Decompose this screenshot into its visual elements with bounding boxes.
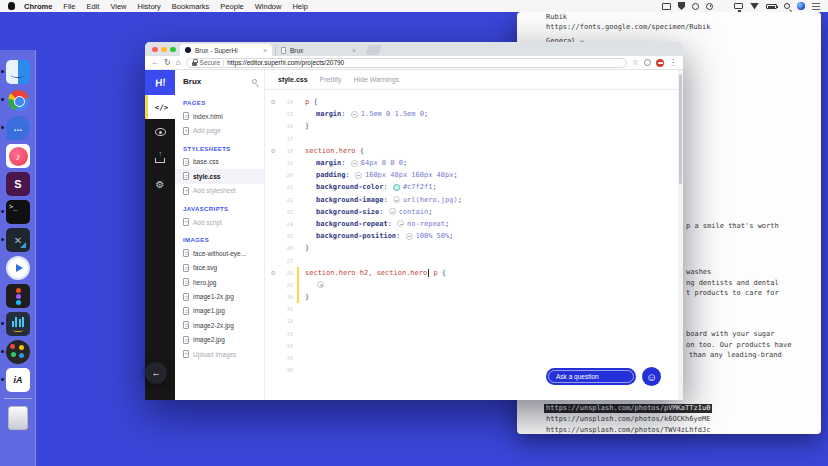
dock-item-photos[interactable]	[6, 340, 30, 364]
menu-item-history[interactable]: History	[138, 2, 161, 11]
menu-item-people[interactable]: People	[220, 2, 243, 11]
home-icon[interactable]: ⌂	[176, 58, 181, 68]
scrollbar[interactable]	[678, 70, 683, 400]
code-line[interactable]: 29	[265, 279, 683, 291]
upload-icon[interactable]	[145, 145, 175, 171]
menu-item-view[interactable]: View	[110, 2, 126, 11]
dock-item-trash[interactable]	[6, 406, 30, 430]
code-line[interactable]: 22background-image: url(hero.jpg);	[265, 194, 683, 206]
extension-icon[interactable]	[644, 59, 651, 66]
bookmark-star-icon[interactable]: ☆	[632, 58, 639, 67]
ask-question-button[interactable]: Ask a question	[546, 368, 636, 385]
sidebar-file-item[interactable]: image1-2x.jpg	[175, 289, 264, 303]
color-swatch[interactable]	[393, 184, 400, 191]
sidebar-file-item[interactable]: image2.jpg	[175, 333, 264, 347]
sidebar-file-item[interactable]: face-without-eye...	[175, 246, 264, 260]
code-line[interactable]: 20padding: 160px 48px 160px 48px;	[265, 169, 683, 181]
new-tab-button[interactable]	[365, 45, 381, 55]
sidebar-add-item[interactable]: Add page	[175, 123, 264, 137]
close-tab-icon[interactable]: ×	[352, 47, 356, 54]
code-line[interactable]: 26}	[265, 242, 683, 254]
menu-item-help[interactable]: Help	[292, 2, 307, 11]
sidebar-file-item[interactable]: index.html	[175, 109, 264, 123]
value-widget-icon[interactable]	[355, 172, 362, 179]
zoom-window-button[interactable]	[170, 47, 176, 53]
menu-item-window[interactable]: Window	[255, 2, 282, 11]
siri-icon[interactable]	[797, 2, 805, 10]
apple-menu-icon[interactable]	[8, 2, 15, 10]
dock-item-finder[interactable]	[6, 60, 30, 84]
sidebar-file-item[interactable]: face.svg	[175, 261, 264, 275]
sidebar-file-item[interactable]: image2-2x.jpg	[175, 318, 264, 332]
dock-item-code-editor[interactable]: ✕	[6, 228, 30, 252]
browser-menu-icon[interactable]: ⋮	[669, 58, 677, 67]
code-line[interactable]: 23background-size: contain;	[265, 206, 683, 218]
back-circle-button[interactable]: ←	[145, 362, 167, 384]
dock-item-ia-writer[interactable]: iA	[6, 368, 30, 392]
sidebar-file-item[interactable]: base.css	[175, 155, 264, 169]
add-property-icon[interactable]	[317, 281, 324, 288]
dock-item-figma[interactable]	[6, 284, 30, 308]
code-line[interactable]: 30}	[265, 291, 683, 303]
code-line[interactable]: 32	[265, 315, 683, 327]
sidebar-add-item[interactable]: Upload images	[175, 347, 264, 361]
dock-item-music[interactable]: ♪	[6, 144, 30, 168]
menu-list-icon[interactable]	[812, 3, 820, 10]
value-widget-icon[interactable]	[389, 208, 396, 215]
rule-gear-icon[interactable]: ⚙	[265, 98, 281, 106]
preview-eye-icon[interactable]	[145, 119, 175, 145]
wifi-icon[interactable]	[750, 3, 759, 10]
dock-item-amazon-music[interactable]	[6, 312, 30, 336]
code-view-tab[interactable]: </>	[145, 95, 175, 119]
superhi-logo[interactable]: H!	[145, 70, 175, 95]
code-line[interactable]: 33	[265, 328, 683, 340]
rule-gear-icon[interactable]: ⚙	[265, 269, 281, 277]
dock-item-terminal[interactable]: >_	[6, 200, 30, 224]
address-bar[interactable]: Secure https://editor.superhi.com/projec…	[186, 58, 627, 68]
tab-brux[interactable]: Brux ×	[275, 44, 361, 56]
close-tab-icon[interactable]: ×	[263, 47, 267, 54]
moon-icon[interactable]	[692, 3, 699, 10]
dock-item-chrome[interactable]	[6, 88, 30, 112]
plus-icon[interactable]	[720, 3, 727, 10]
code-line[interactable]: 31	[265, 303, 683, 315]
sidebar-file-item[interactable]: hero.jpg	[175, 275, 264, 289]
menu-item-edit[interactable]: Edit	[86, 2, 99, 11]
code-line[interactable]: 19margin: 64px 0 0 0;	[265, 157, 683, 169]
dock-item-slack[interactable]: S	[6, 172, 30, 196]
reload-icon[interactable]: ↻	[164, 58, 171, 68]
dock-item-chat[interactable]: …	[6, 116, 30, 140]
code-line[interactable]: 21background-color: #c7f2f1;	[265, 181, 683, 193]
code-line[interactable]: 17	[265, 133, 683, 145]
sidebar-add-item[interactable]: Add script	[175, 215, 264, 229]
code-line[interactable]: 27	[265, 254, 683, 266]
clock-icon[interactable]	[706, 3, 713, 10]
battery-icon[interactable]	[766, 4, 777, 9]
code-line[interactable]: 34	[265, 340, 683, 352]
sidebar-file-item[interactable]: image1.jpg	[175, 304, 264, 318]
value-widget-icon[interactable]	[393, 196, 400, 203]
scrollbar-thumb[interactable]	[679, 74, 682, 184]
value-widget-icon[interactable]	[397, 220, 404, 227]
rule-gear-icon[interactable]: ⚙	[265, 147, 281, 155]
adblock-extension-icon[interactable]	[656, 59, 664, 67]
sidebar-file-item[interactable]: style.css	[175, 169, 264, 183]
shield-icon[interactable]	[678, 2, 685, 10]
code-line[interactable]: 35	[265, 352, 683, 364]
sidebar-add-item[interactable]: Add stylesheet	[175, 184, 264, 198]
code-line[interactable]: 16}	[265, 120, 683, 132]
menu-item-chrome[interactable]: Chrome	[24, 2, 52, 11]
code-line[interactable]: 15margin: 1.5em 0 1.5em 0;	[265, 108, 683, 120]
value-widget-icon[interactable]	[351, 160, 358, 167]
code-line[interactable]: ⚙18section.hero {	[265, 145, 683, 157]
tab-brux-superhi[interactable]: Brux - SuperHi ×	[180, 44, 272, 56]
code-line[interactable]: ⚙28section.hero h2, section.hero p {	[265, 267, 683, 279]
code-line[interactable]: 25background-position: 100% 50%;	[265, 230, 683, 242]
dock-item-mail[interactable]	[6, 256, 30, 280]
minimize-window-button[interactable]	[161, 47, 167, 53]
back-icon[interactable]: ←	[151, 58, 159, 68]
search-icon[interactable]	[252, 79, 257, 84]
value-widget-icon[interactable]	[351, 111, 358, 118]
code-editor-area[interactable]: ⚙14p {15margin: 1.5em 0 1.5em 0;16}17⚙18…	[265, 90, 683, 400]
settings-gear-icon[interactable]: ⚙	[145, 171, 175, 197]
